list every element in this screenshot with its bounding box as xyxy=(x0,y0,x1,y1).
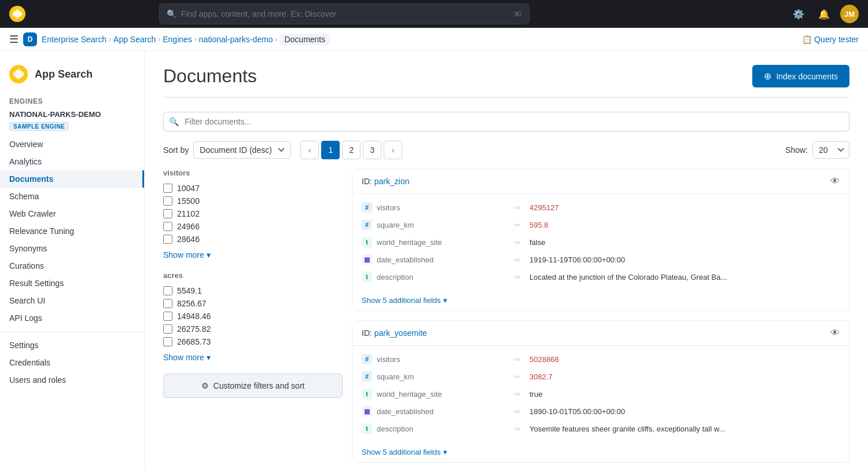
field-type-number-icon: # xyxy=(362,371,372,382)
field-arrow: ⇒ xyxy=(513,255,520,264)
user-avatar[interactable]: JM xyxy=(840,5,859,23)
filter-checkbox-acres-1[interactable] xyxy=(163,299,172,308)
field-name-description: description xyxy=(377,273,504,281)
pagination: ‹ 1 2 3 › xyxy=(300,141,402,159)
sidebar-item-settings[interactable]: Settings xyxy=(0,337,144,354)
breadcrumb-bar: ☰ D Enterprise Search › App Search › Eng… xyxy=(0,28,868,51)
breadcrumb-national-parks[interactable]: national-parks-demo xyxy=(199,35,273,44)
field-type-number-icon: # xyxy=(362,220,372,230)
sort-label: Sort by xyxy=(163,145,189,155)
customize-icon: ⚙ xyxy=(201,381,209,390)
field-name-square-km: square_km xyxy=(377,221,504,229)
index-documents-btn[interactable]: ⊕ Index documents xyxy=(752,65,849,87)
filter-item-acres-1: 8256.67 xyxy=(163,297,343,310)
pagination-next-btn[interactable]: › xyxy=(384,141,402,159)
pagination-page-3[interactable]: 3 xyxy=(363,141,381,159)
sidebar-item-schema[interactable]: Schema xyxy=(0,188,144,205)
show-more-visitors-chevron: ▾ xyxy=(207,250,211,259)
sidebar-item-analytics[interactable]: Analytics xyxy=(0,153,144,170)
sidebar-item-credentials[interactable]: Credentials xyxy=(0,354,144,371)
filter-item-visitors-3: 24966 xyxy=(163,220,343,233)
filter-checkbox-visitors-0[interactable] xyxy=(163,184,172,193)
sidebar-item-synonyms[interactable]: Synonyms xyxy=(0,240,144,257)
breadcrumb-enterprise-search[interactable]: Enterprise Search xyxy=(42,35,106,44)
pagination-prev-btn[interactable]: ‹ xyxy=(300,141,319,159)
sidebar-item-overview[interactable]: Overview xyxy=(0,136,144,153)
pagination-page-2[interactable]: 2 xyxy=(342,141,361,159)
notifications-icon-btn[interactable]: 🔔 xyxy=(815,5,833,23)
show-count-select[interactable]: 10 20 50 100 xyxy=(812,141,849,159)
filter-checkbox-acres-3[interactable] xyxy=(163,324,172,334)
doc-card-park-zion: ID: park_zion 👁 # visitors ⇒ 4295127 xyxy=(352,169,849,311)
field-name-visitors: visitors xyxy=(377,355,504,364)
field-arrow: ⇒ xyxy=(513,424,520,433)
show-more-acres-btn[interactable]: Show more ▾ xyxy=(163,350,211,364)
doc-field-row: t description ⇒ Located at the junction … xyxy=(352,268,849,286)
query-tester-btn[interactable]: 📋 Query tester xyxy=(802,35,859,44)
sidebar: App Search Engines NATIONAL-PARKS-DEMO S… xyxy=(0,51,145,468)
doc-id-value-park-yosemite: park_yosemite xyxy=(374,328,427,338)
doc-show-more-fields-park-yosemite[interactable]: Show 5 additional fields ▾ xyxy=(352,442,849,462)
field-type-text-icon: t xyxy=(362,389,372,399)
show-more-acres-label: Show more xyxy=(163,353,204,362)
svg-point-5 xyxy=(15,68,21,79)
filter-checkbox-acres-2[interactable] xyxy=(163,312,172,321)
show-more-acres-chevron: ▾ xyxy=(207,353,211,362)
field-value-world-heritage-yosemite: true xyxy=(529,390,840,398)
filter-checkbox-visitors-3[interactable] xyxy=(163,222,172,231)
sidebar-item-relevance-tuning[interactable]: Relevance Tuning xyxy=(0,222,144,240)
filter-value-acres-4: 26685.73 xyxy=(177,337,211,346)
query-tester-label: Query tester xyxy=(814,35,859,44)
filter-group-acres-title: acres xyxy=(163,271,343,280)
filter-checkbox-acres-4[interactable] xyxy=(163,337,172,346)
doc-fields-park-yosemite: # visitors ⇒ 5028868 # square_km ⇒ 3082.… xyxy=(352,346,849,442)
breadcrumb-engines[interactable]: Engines xyxy=(163,35,192,44)
hamburger-menu-btn[interactable]: ☰ xyxy=(9,33,19,46)
doc-id-value-park-zion: park_zion xyxy=(374,177,410,186)
field-type-text-icon: t xyxy=(362,423,372,434)
breadcrumb-sep-3: › xyxy=(194,35,197,43)
filter-value-visitors-1: 15500 xyxy=(177,196,200,206)
filter-checkbox-visitors-1[interactable] xyxy=(163,196,172,206)
sidebar-sample-badge: SAMPLE ENGINE xyxy=(9,122,69,131)
field-name-square-km: square_km xyxy=(377,372,504,381)
global-search-input[interactable] xyxy=(181,9,509,19)
search-icon: 🔍 xyxy=(167,9,176,19)
sidebar-item-curations[interactable]: Curations xyxy=(0,257,144,275)
doc-show-more-label-park-zion: Show 5 additional fields xyxy=(362,296,441,305)
sidebar-item-web-crawler[interactable]: Web Crawler xyxy=(0,205,144,222)
pagination-page-1[interactable]: 1 xyxy=(321,141,340,159)
breadcrumb: Enterprise Search › App Search › Engines… xyxy=(42,34,330,45)
field-name-visitors: visitors xyxy=(377,203,504,212)
elastic-logo[interactable] xyxy=(9,6,25,22)
sidebar-item-search-ui[interactable]: Search UI xyxy=(0,292,144,309)
field-arrow: ⇒ xyxy=(513,407,520,416)
doc-show-more-fields-park-zion[interactable]: Show 5 additional fields ▾ xyxy=(352,290,849,310)
sort-select[interactable]: Document ID (desc) Document ID (asc) Rel… xyxy=(193,141,291,159)
sidebar-item-result-settings[interactable]: Result Settings xyxy=(0,275,144,292)
settings-icon-btn[interactable]: ⚙️ xyxy=(789,5,808,23)
global-search-bar[interactable]: 🔍 ⌘/ xyxy=(159,3,529,24)
field-value-visitors-yosemite: 5028868 xyxy=(529,355,840,364)
field-type-date-icon: ▦ xyxy=(362,406,372,416)
filter-search-icon: 🔍 xyxy=(169,117,179,126)
field-value-description-yosemite: Yosemite features sheer granite cliffs, … xyxy=(529,425,840,433)
sidebar-item-users-and-roles[interactable]: Users and roles xyxy=(0,371,144,389)
sidebar-item-api-logs[interactable]: API Logs xyxy=(0,309,144,327)
filter-checkbox-acres-0[interactable] xyxy=(163,286,172,295)
query-tester-icon: 📋 xyxy=(802,35,812,44)
doc-eye-btn-park-zion[interactable]: 👁 xyxy=(830,176,840,187)
sidebar-item-documents[interactable]: Documents xyxy=(0,170,144,188)
show-more-visitors-btn[interactable]: Show more ▾ xyxy=(163,248,211,262)
filter-value-acres-3: 26275.82 xyxy=(177,324,211,334)
doc-field-row: ▦ date_established ⇒ 1890-10-01T05:00:00… xyxy=(352,403,849,420)
sidebar-header: App Search xyxy=(0,60,144,93)
customize-label: Customize filters and sort xyxy=(214,381,305,390)
doc-eye-btn-park-yosemite[interactable]: 👁 xyxy=(830,328,840,338)
filter-documents-input[interactable] xyxy=(163,112,849,131)
filter-checkbox-visitors-4[interactable] xyxy=(163,235,172,244)
customize-filters-btn[interactable]: ⚙ Customize filters and sort xyxy=(163,374,343,398)
filter-checkbox-visitors-2[interactable] xyxy=(163,209,172,218)
breadcrumb-app-search[interactable]: App Search xyxy=(113,35,156,44)
page-title: Documents xyxy=(163,65,257,87)
